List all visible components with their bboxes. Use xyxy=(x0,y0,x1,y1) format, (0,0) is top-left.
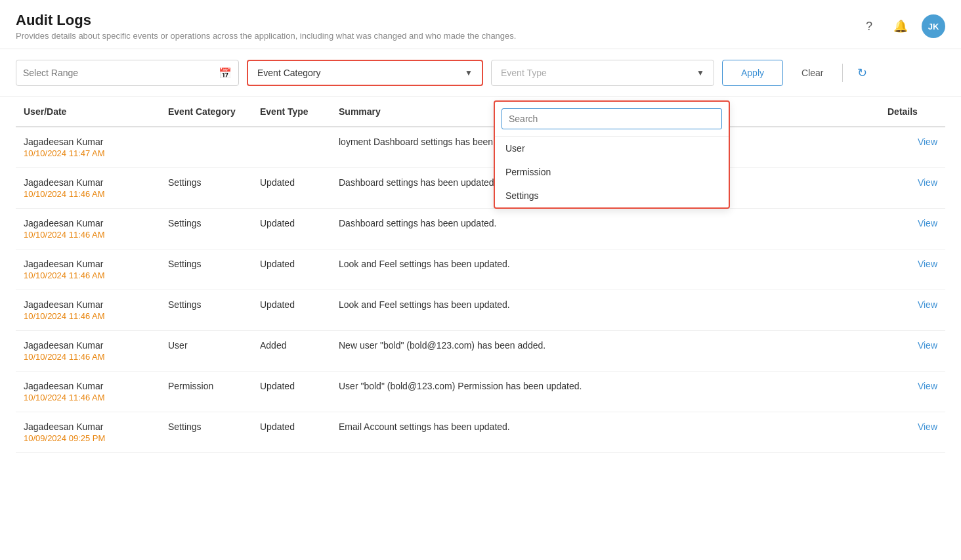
event-category-trigger[interactable]: Event Category ▼ xyxy=(247,60,483,86)
dropdown-item-user[interactable]: User xyxy=(495,137,729,160)
table-row: Jagadeesan Kumar 10/10/2024 11:46 AM Set… xyxy=(16,249,945,290)
cell-event-category: Settings xyxy=(160,249,252,290)
avatar[interactable]: JK xyxy=(922,14,945,38)
cell-user-date: Jagadeesan Kumar 10/10/2024 11:46 AM xyxy=(16,209,160,249)
cell-event-type: Updated xyxy=(252,168,331,209)
event-category-panel: User Permission Settings xyxy=(494,100,730,209)
user-name: Jagadeesan Kumar xyxy=(24,218,152,228)
cell-user-date: Jagadeesan Kumar 10/10/2024 11:46 AM xyxy=(16,372,160,412)
cell-event-category: Permission xyxy=(160,372,252,412)
cell-summary: Look and Feel settings has been updated. xyxy=(331,249,880,290)
cell-user-date: Jagadeesan Kumar 10/10/2024 11:46 AM xyxy=(16,290,160,331)
event-category-dropdown[interactable]: Event Category ▼ User Permission Setting… xyxy=(247,60,483,86)
dropdown-item-permission[interactable]: Permission xyxy=(495,160,729,184)
user-name: Jagadeesan Kumar xyxy=(24,381,152,391)
toolbar: 📅 Event Category ▼ User Permission Setti… xyxy=(0,49,961,97)
view-link[interactable]: View xyxy=(918,177,937,188)
table-row: Jagadeesan Kumar 10/10/2024 11:46 AM Set… xyxy=(16,168,945,209)
cell-event-type: Updated xyxy=(252,209,331,249)
user-name: Jagadeesan Kumar xyxy=(24,421,152,432)
cell-user-date: Jagadeesan Kumar 10/10/2024 11:46 AM xyxy=(16,331,160,372)
view-link[interactable]: View xyxy=(918,137,937,147)
table-body: Jagadeesan Kumar 10/10/2024 11:47 AM loy… xyxy=(16,127,945,453)
user-date: 10/10/2024 11:46 AM xyxy=(24,230,152,240)
cell-details: View xyxy=(880,168,945,209)
cell-user-date: Jagadeesan Kumar 10/10/2024 11:46 AM xyxy=(16,249,160,290)
cell-event-type xyxy=(252,127,331,168)
view-link[interactable]: View xyxy=(918,340,937,351)
user-date: 10/10/2024 11:47 AM xyxy=(24,148,152,158)
refresh-button[interactable]: ↻ xyxy=(851,61,874,85)
event-type-arrow-icon: ▼ xyxy=(696,68,704,77)
table-row: Jagadeesan Kumar 10/10/2024 11:46 AM Set… xyxy=(16,209,945,249)
table-container: User/Date Event Category Event Type Summ… xyxy=(0,97,961,560)
cell-details: View xyxy=(880,290,945,331)
user-date: 10/10/2024 11:46 AM xyxy=(24,311,152,321)
cell-details: View xyxy=(880,372,945,412)
table-row: Jagadeesan Kumar 10/10/2024 11:47 AM loy… xyxy=(16,127,945,168)
cell-event-category: Settings xyxy=(160,412,252,453)
user-date: 10/10/2024 11:46 AM xyxy=(24,352,152,362)
calendar-icon: 📅 xyxy=(219,67,232,79)
view-link[interactable]: View xyxy=(918,218,937,228)
user-date: 10/10/2024 11:46 AM xyxy=(24,393,152,402)
col-header-user-date: User/Date xyxy=(16,97,160,127)
user-date: 10/09/2024 09:25 PM xyxy=(24,433,152,443)
table-row: Jagadeesan Kumar 10/10/2024 11:46 AM Use… xyxy=(16,331,945,372)
cell-details: View xyxy=(880,249,945,290)
cell-details: View xyxy=(880,331,945,372)
user-date: 10/10/2024 11:46 AM xyxy=(24,270,152,280)
help-icon[interactable]: ? xyxy=(859,16,880,37)
header-right: ? 🔔 JK xyxy=(859,12,945,38)
cell-details: View xyxy=(880,127,945,168)
cell-user-date: Jagadeesan Kumar 10/09/2024 09:25 PM xyxy=(16,412,160,453)
clear-button[interactable]: Clear xyxy=(791,60,834,86)
bell-icon[interactable]: 🔔 xyxy=(890,16,911,37)
table-row: Jagadeesan Kumar 10/10/2024 11:46 AM Set… xyxy=(16,290,945,331)
dropdown-item-settings[interactable]: Settings xyxy=(495,184,729,207)
page-subtitle: Provides details about specific events o… xyxy=(16,31,516,41)
view-link[interactable]: View xyxy=(918,421,937,432)
col-header-event-category: Event Category xyxy=(160,97,252,127)
audit-log-table: User/Date Event Category Event Type Summ… xyxy=(16,97,945,453)
view-link[interactable]: View xyxy=(918,299,937,310)
dropdown-arrow-icon: ▼ xyxy=(465,68,473,77)
dropdown-search-input[interactable] xyxy=(502,108,722,129)
table-header: User/Date Event Category Event Type Summ… xyxy=(16,97,945,127)
col-header-event-type: Event Type xyxy=(252,97,331,127)
user-name: Jagadeesan Kumar xyxy=(24,137,152,147)
view-link[interactable]: View xyxy=(918,381,937,391)
table-row: Jagadeesan Kumar 10/10/2024 11:46 AM Per… xyxy=(16,372,945,412)
date-range-picker[interactable]: 📅 xyxy=(16,60,239,86)
view-link[interactable]: View xyxy=(918,259,937,269)
event-type-dropdown[interactable]: Event Type ▼ xyxy=(491,60,714,86)
col-header-details: Details xyxy=(880,97,945,127)
cell-event-type: Updated xyxy=(252,290,331,331)
user-name: Jagadeesan Kumar xyxy=(24,299,152,310)
cell-event-category: Settings xyxy=(160,290,252,331)
cell-event-category: Settings xyxy=(160,168,252,209)
cell-summary: Email Account settings has been updated. xyxy=(331,412,880,453)
cell-event-type: Added xyxy=(252,331,331,372)
table-header-row: User/Date Event Category Event Type Summ… xyxy=(16,97,945,127)
user-name: Jagadeesan Kumar xyxy=(24,177,152,188)
cell-event-type: Updated xyxy=(252,249,331,290)
cell-event-category: User xyxy=(160,331,252,372)
event-type-placeholder: Event Type xyxy=(501,68,547,78)
user-name: Jagadeesan Kumar xyxy=(24,259,152,269)
cell-event-type: Updated xyxy=(252,412,331,453)
user-name: Jagadeesan Kumar xyxy=(24,340,152,351)
cell-event-type: Updated xyxy=(252,372,331,412)
cell-summary: Dashboard settings has been updated. xyxy=(331,209,880,249)
event-category-label: Event Category xyxy=(257,68,321,78)
cell-summary: New user "bold" (bold@123.com) has been … xyxy=(331,331,880,372)
toolbar-divider xyxy=(842,64,843,82)
cell-details: View xyxy=(880,209,945,249)
cell-event-category xyxy=(160,127,252,168)
cell-event-category: Settings xyxy=(160,209,252,249)
date-range-input[interactable] xyxy=(23,68,219,78)
apply-button[interactable]: Apply xyxy=(722,60,783,86)
cell-summary: Look and Feel settings has been updated. xyxy=(331,290,880,331)
dropdown-search-container xyxy=(495,102,729,137)
page-title: Audit Logs xyxy=(16,12,516,29)
